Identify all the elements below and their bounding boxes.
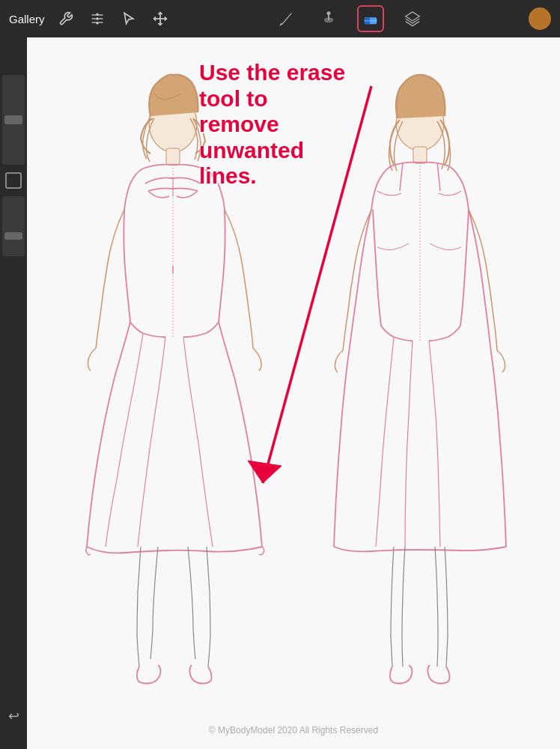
- svg-point-11: [327, 12, 330, 15]
- copyright-text: © MyBodyModel 2020 All Rights Reserved: [209, 725, 378, 736]
- opacity-thumb: [4, 232, 22, 240]
- brush-size-thumb: [4, 115, 22, 124]
- left-sidebar: ↩: [0, 37, 27, 749]
- layers-tool-button[interactable]: [399, 5, 426, 32]
- draw-tool-button[interactable]: [273, 5, 300, 32]
- opacity-slider[interactable]: [2, 196, 25, 256]
- svg-rect-18: [166, 148, 180, 165]
- smudge-tool-button[interactable]: [315, 5, 342, 32]
- canvas-area[interactable]: Use the erase tool to remove unwanted li…: [27, 37, 560, 749]
- user-avatar[interactable]: [529, 7, 551, 30]
- gallery-button[interactable]: Gallery: [9, 13, 45, 25]
- adjust-icon[interactable]: [87, 8, 108, 29]
- toolbar-right: [529, 7, 551, 30]
- canvas-svg: [27, 37, 560, 749]
- svg-rect-16: [27, 37, 560, 749]
- selection-icon[interactable]: [118, 8, 139, 29]
- drawing-container: Use the erase tool to remove unwanted li…: [27, 37, 560, 749]
- transform-icon[interactable]: [150, 8, 171, 29]
- undo-button[interactable]: ↩: [3, 706, 24, 727]
- toolbar-center: [171, 5, 529, 32]
- toolbar: Gallery: [0, 0, 560, 37]
- wrench-icon[interactable]: [55, 8, 76, 29]
- color-square[interactable]: [5, 172, 22, 189]
- svg-line-8: [281, 13, 291, 25]
- svg-marker-15: [406, 12, 419, 21]
- eraser-tool-button[interactable]: [357, 5, 384, 32]
- brush-size-slider[interactable]: [2, 75, 25, 165]
- toolbar-left: Gallery: [9, 8, 171, 29]
- svg-rect-23: [413, 147, 427, 163]
